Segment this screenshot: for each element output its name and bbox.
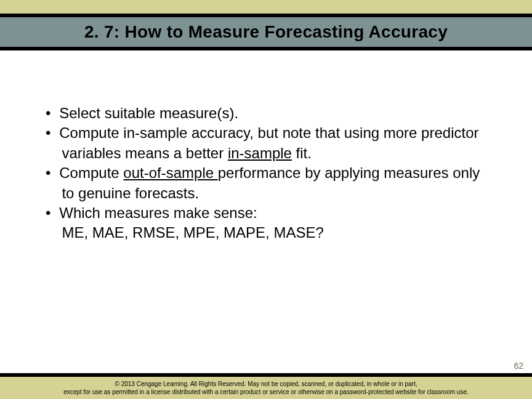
bullet-item-4: Which measures make sense: xyxy=(62,203,486,223)
b2-underlined: in-sample xyxy=(228,145,292,161)
bullet-item-1: Select suitable measure(s). xyxy=(62,103,486,123)
b3-underlined: out-of-sample xyxy=(123,164,217,181)
footer-accent-bar: © 2013 Cengage Learning. All Rights Rese… xyxy=(0,377,532,399)
b2-text2: fit. xyxy=(292,145,312,161)
page-number: 62 xyxy=(514,361,523,371)
bullet-list: Select suitable measure(s). Compute in-s… xyxy=(46,103,486,223)
bullet-item-2: Compute in-sample accuracy, but note tha… xyxy=(62,123,486,163)
slide-content: Select suitable measure(s). Compute in-s… xyxy=(0,50,532,243)
slide-title: 2. 7: How to Measure Forecasting Accurac… xyxy=(0,22,532,42)
b3-text1: Compute xyxy=(59,164,123,181)
footer-line-1: © 2013 Cengage Learning. All Rights Rese… xyxy=(0,380,532,388)
bullet-item-4-sub: ME, MAE, RMSE, MPE, MAPE, MASE? xyxy=(62,223,486,243)
top-accent-bar xyxy=(0,0,532,14)
bullet-item-3: Compute out-of-sample performance by app… xyxy=(62,163,486,203)
title-band: 2. 7: How to Measure Forecasting Accurac… xyxy=(0,17,532,47)
footer-line-2: except for use as permitted in a license… xyxy=(0,388,532,396)
